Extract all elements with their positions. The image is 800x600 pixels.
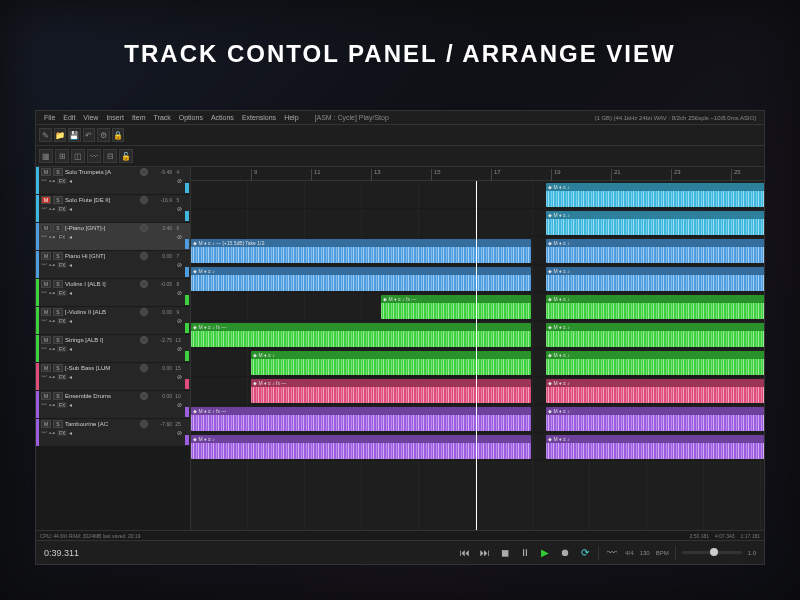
- media-clip[interactable]: ◆ M ♦ ≡ ♪: [546, 267, 764, 291]
- input-icon[interactable]: ◂: [69, 233, 72, 240]
- stop-icon[interactable]: ◼: [498, 546, 512, 560]
- media-clip[interactable]: ◆ M ♦ ≡ ♪: [546, 379, 764, 403]
- pan-knob[interactable]: [140, 336, 148, 344]
- media-clip[interactable]: ◆ M ♦ ≡ ♪ fx —: [191, 323, 531, 347]
- track-lane[interactable]: ◆ M ♦ ≡ ♪ fx —◆ M ♦ ≡ ♪: [191, 321, 764, 349]
- track-header[interactable]: M S [-Piano [GNT]-] 3.46 6 〰 ⊶ FX ◂ ⊘: [36, 223, 190, 251]
- route-icon[interactable]: ⊶: [49, 373, 55, 380]
- loop-icon[interactable]: ⟳: [578, 546, 592, 560]
- route-icon[interactable]: ⊶: [49, 289, 55, 296]
- track-lane[interactable]: ◆ M ♦ ≡ ♪◆ M ♦ ≡ ♪: [191, 265, 764, 293]
- solo-button[interactable]: S: [53, 168, 63, 176]
- menu-track[interactable]: Track: [150, 113, 175, 122]
- input-icon[interactable]: ◂: [69, 373, 72, 380]
- mute-button[interactable]: M: [41, 308, 51, 316]
- env-icon[interactable]: 〰: [41, 430, 47, 436]
- tool-snap-icon[interactable]: ⊞: [55, 149, 69, 163]
- phase-icon[interactable]: ⊘: [177, 233, 182, 240]
- track-lane[interactable]: ◆ M ♦ ≡ ♪ fx —◆ M ♦ ≡ ♪: [191, 293, 764, 321]
- media-clip[interactable]: ◆ M ♦ ≡ ♪: [546, 211, 764, 235]
- menu-actions[interactable]: Actions: [207, 113, 238, 122]
- route-icon[interactable]: ⊶: [49, 429, 55, 436]
- track-lane[interactable]: ◆ M ♦ ≡ ♪ fx —◆ M ♦ ≡ ♪: [191, 405, 764, 433]
- solo-button[interactable]: S: [53, 364, 63, 372]
- menu-help[interactable]: Help: [280, 113, 302, 122]
- solo-button[interactable]: S: [53, 392, 63, 400]
- tool-env-icon[interactable]: 〰: [87, 149, 101, 163]
- env-icon[interactable]: 〰: [41, 262, 47, 268]
- media-clip[interactable]: ◆ M ♦ ≡ ♪ fx —: [251, 379, 531, 403]
- input-icon[interactable]: ◂: [69, 261, 72, 268]
- track-header[interactable]: M S Violins I [ALB I] -0.05 8 〰 ⊶ FX ◂ ⊘: [36, 279, 190, 307]
- mute-button[interactable]: M: [41, 196, 51, 204]
- env-icon[interactable]: 〰: [41, 234, 47, 240]
- solo-button[interactable]: S: [53, 308, 63, 316]
- route-icon[interactable]: ⊶: [49, 261, 55, 268]
- playhead[interactable]: [476, 181, 477, 530]
- media-clip[interactable]: ◆ M ♦ ≡ ♪: [251, 351, 531, 375]
- input-icon[interactable]: ◂: [69, 289, 72, 296]
- media-clip[interactable]: ◆ M ♦ ≡ ♪: [546, 435, 764, 459]
- tool-undo-icon[interactable]: ↶: [83, 128, 96, 142]
- track-lane[interactable]: ◆ M ♦ ≡ ♪◆ M ♦ ≡ ♪: [191, 433, 764, 461]
- pan-knob[interactable]: [140, 224, 148, 232]
- track-header[interactable]: M S Solo Flute [DE II] -16.9 5 〰 ⊶ FX ◂ …: [36, 195, 190, 223]
- input-icon[interactable]: ◂: [69, 429, 72, 436]
- track-header[interactable]: M S Solo Trumpets [A -9.48 4 〰 ⊶ FX ◂ ⊘: [36, 167, 190, 195]
- tool-settings-icon[interactable]: ⚙: [97, 128, 110, 142]
- solo-button[interactable]: S: [53, 420, 63, 428]
- solo-button[interactable]: S: [53, 336, 63, 344]
- route-icon[interactable]: ⊶: [49, 317, 55, 324]
- fx-button[interactable]: FX: [57, 178, 67, 184]
- media-clip[interactable]: ◆ M ♦ ≡ ♪ fx —: [191, 407, 531, 431]
- skip-start-icon[interactable]: ⏮: [458, 546, 472, 560]
- track-lane[interactable]: ◆ M ♦ ≡ ♪ — [+15.5dB] Take 1/2:◆ M ♦ ≡ ♪: [191, 237, 764, 265]
- tool-lock2-icon[interactable]: 🔓: [119, 149, 133, 163]
- media-clip[interactable]: ◆ M ♦ ≡ ♪: [546, 239, 764, 263]
- track-lane[interactable]: ◆ M ♦ ≡ ♪◆ M ♦ ≡ ♪: [191, 349, 764, 377]
- route-icon[interactable]: ⊶: [49, 345, 55, 352]
- tool-ripple-icon[interactable]: ◫: [71, 149, 85, 163]
- mute-button[interactable]: M: [41, 336, 51, 344]
- phase-icon[interactable]: ⊘: [177, 261, 182, 268]
- track-lane[interactable]: ◆ M ♦ ≡ ♪ fx —◆ M ♦ ≡ ♪: [191, 377, 764, 405]
- track-header[interactable]: M S Ensemble Drums 0.00 10 〰 ⊶ FX ◂ ⊘: [36, 391, 190, 419]
- media-clip[interactable]: ◆ M ♦ ≡ ♪: [546, 295, 764, 319]
- mute-button[interactable]: M: [41, 280, 51, 288]
- media-clip[interactable]: ◆ M ♦ ≡ ♪: [546, 323, 764, 347]
- track-lanes[interactable]: ◆ M ♦ ≡ ♪◆ M ♦ ≡ ♪◆ M ♦ ≡ ♪ — [+15.5dB] …: [191, 181, 764, 530]
- track-header[interactable]: M S [-Violins II [ALB 0.00 9 〰 ⊶ FX ◂ ⊘: [36, 307, 190, 335]
- tool-grid-icon[interactable]: ▦: [39, 149, 53, 163]
- pan-knob[interactable]: [140, 196, 148, 204]
- pan-knob[interactable]: [140, 280, 148, 288]
- env-icon[interactable]: 〰: [41, 374, 47, 380]
- mute-button[interactable]: M: [41, 364, 51, 372]
- phase-icon[interactable]: ⊘: [177, 289, 182, 296]
- route-icon[interactable]: ⊶: [49, 233, 55, 240]
- track-header[interactable]: M S [-Sub Bass [LUM 0.00 15 〰 ⊶ FX ◂ ⊘: [36, 363, 190, 391]
- track-header[interactable]: M S Tambourine [AC -7.60 25 〰 ⊶ FX ◂ ⊘: [36, 419, 190, 447]
- pan-knob[interactable]: [140, 420, 148, 428]
- phase-icon[interactable]: ⊘: [177, 317, 182, 324]
- media-clip[interactable]: ◆ M ♦ ≡ ♪: [546, 351, 764, 375]
- track-header[interactable]: M S Piano Hi [GNT] 0.00 7 〰 ⊶ FX ◂ ⊘: [36, 251, 190, 279]
- fx-button[interactable]: FX: [57, 374, 67, 380]
- mute-button[interactable]: M: [41, 420, 51, 428]
- mute-button[interactable]: M: [41, 252, 51, 260]
- fx-button[interactable]: FX: [57, 430, 67, 436]
- env-icon[interactable]: 〰: [41, 346, 47, 352]
- input-icon[interactable]: ◂: [69, 205, 72, 212]
- mute-button[interactable]: M: [41, 392, 51, 400]
- phase-icon[interactable]: ⊘: [177, 401, 182, 408]
- tool-save-icon[interactable]: 💾: [68, 128, 81, 142]
- timeline-ruler[interactable]: 91113151719212325: [191, 167, 764, 181]
- input-icon[interactable]: ◂: [69, 345, 72, 352]
- env-icon[interactable]: 〰: [41, 290, 47, 296]
- media-clip[interactable]: ◆ M ♦ ≡ ♪: [546, 183, 764, 207]
- bpm-value[interactable]: 130: [640, 550, 650, 556]
- phase-icon[interactable]: ⊘: [177, 177, 182, 184]
- fx-button[interactable]: FX: [57, 290, 67, 296]
- solo-button[interactable]: S: [53, 252, 63, 260]
- automation-icon[interactable]: 〰: [605, 546, 619, 560]
- track-header[interactable]: M S Strings [ALB I] -2.75 13 〰 ⊶ FX ◂ ⊘: [36, 335, 190, 363]
